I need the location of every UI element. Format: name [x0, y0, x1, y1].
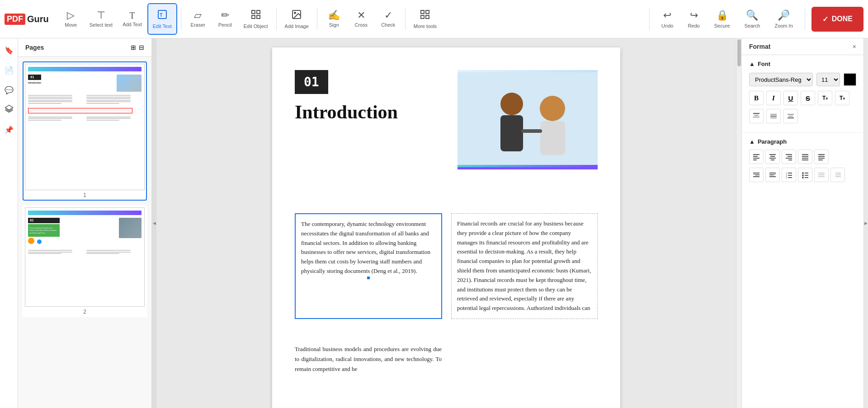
format-collapse-btn[interactable]: ▶	[863, 38, 868, 408]
page-thumb-1[interactable]: 01 Introduction	[23, 61, 147, 201]
svg-rect-20	[754, 115, 759, 116]
pin-icon: 📌	[5, 126, 14, 134]
pencil-tool[interactable]: ✏ Pencil	[212, 3, 238, 35]
svg-rect-33	[770, 156, 775, 157]
search-button[interactable]: 🔍 Search	[739, 3, 766, 35]
text-box-right[interactable]: Financial records are crucial for any bu…	[451, 213, 598, 319]
list-increase-btn[interactable]	[830, 168, 845, 182]
svg-rect-37	[788, 156, 792, 157]
edit-object-tool[interactable]: Edit Object	[239, 3, 273, 35]
cross-tool[interactable]: ✕ Cross	[348, 3, 374, 35]
align-center-btn[interactable]	[765, 150, 780, 164]
pages-view-btn-1[interactable]: ⊞	[131, 44, 136, 51]
italic-button[interactable]: I	[766, 91, 781, 105]
svg-rect-61	[788, 177, 792, 178]
svg-rect-50	[753, 176, 760, 177]
svg-rect-47	[818, 159, 823, 160]
people-image	[458, 70, 598, 167]
indent-left-btn-1[interactable]	[749, 168, 764, 182]
sidebar-bookmark-btn[interactable]: 🔖	[2, 43, 16, 57]
indent-right-btn-1[interactable]	[765, 168, 780, 182]
separator-2	[276, 8, 277, 30]
pages-view-btn-2[interactable]: ⊟	[139, 44, 144, 51]
edit-text-tool[interactable]: T Edit Text	[147, 3, 177, 35]
separator-1	[181, 8, 181, 30]
thumb-text-1	[28, 95, 72, 96]
scrollbar-thumb[interactable]	[737, 39, 741, 66]
add-image-tool[interactable]: Add Image	[280, 3, 313, 35]
font-section-label: Font	[758, 61, 770, 67]
align-left-btn[interactable]	[749, 150, 764, 164]
secure-label: Secure	[714, 23, 730, 28]
toolbar-right: ↩ Undo ↪ Redo 🔒 Secure 🔍 Search 🔎 Zoom I…	[646, 3, 863, 35]
align-distribute-btn[interactable]	[814, 150, 829, 164]
doc-scrollbar[interactable]	[736, 38, 741, 408]
secure-button[interactable]: 🔒 Secure	[709, 3, 736, 35]
svg-rect-36	[786, 154, 792, 155]
bold-button[interactable]: B	[749, 91, 764, 105]
text-align-top-btn[interactable]	[749, 109, 764, 123]
separator-4	[405, 8, 406, 30]
thumb-header-bar-1	[28, 67, 142, 71]
font-size-select[interactable]: 11 89101214	[816, 73, 840, 86]
add-text-tool[interactable]: T Add Text	[118, 3, 146, 35]
text-align-bottom-btn[interactable]	[783, 109, 798, 123]
sidebar-layers-btn[interactable]	[2, 103, 16, 117]
font-name-select[interactable]: ProductSans-Reg	[749, 73, 813, 86]
align-right-btn[interactable]	[782, 150, 796, 164]
move-icon: ▷	[67, 10, 75, 20]
select-text-tool[interactable]: ⊤ Select text	[85, 3, 117, 35]
svg-rect-46	[818, 158, 825, 159]
text-para-right-spacer	[451, 337, 598, 374]
underline-button[interactable]: U	[783, 91, 798, 105]
move-tool[interactable]: ▷ Move	[58, 3, 84, 35]
text-columns: The contemporary, dynamic technology env…	[295, 213, 598, 319]
align-bottom-icon	[787, 112, 795, 120]
doc-scroll-area[interactable]: 01 Introduction	[156, 38, 736, 408]
selection-handle[interactable]	[367, 276, 370, 280]
svg-rect-72	[835, 174, 841, 175]
align-justify-btn[interactable]	[798, 150, 812, 164]
eraser-tool[interactable]: ▱ Eraser	[185, 3, 211, 35]
svg-rect-24	[770, 117, 777, 118]
superscript-button[interactable]: Ta	[818, 91, 832, 105]
font-color-box[interactable]	[844, 73, 856, 86]
toolbar-tools: ▷ Move ⊤ Select text T Add Text T Edit T…	[58, 3, 646, 35]
page-thumb-2[interactable]: 02 Promoting Best Practice and Reducing …	[23, 205, 147, 317]
svg-rect-57	[788, 173, 792, 174]
format-close-button[interactable]: ×	[853, 43, 856, 50]
svg-rect-39	[788, 159, 792, 160]
list-num-btn[interactable]: 1.2.3.	[782, 168, 796, 182]
check-tool[interactable]: ✓ Check	[375, 3, 401, 35]
main-area: 🔖 📄 💬 📌 Pages ⊞ ⊟	[0, 38, 868, 408]
edit-object-icon	[250, 9, 261, 22]
paragraph-collapse-icon: ▲	[749, 138, 755, 145]
zoom-in-button[interactable]: 🔎 Zoom In	[769, 3, 798, 35]
done-button[interactable]: ✓ DONE	[811, 7, 863, 32]
list-bullet-btn[interactable]	[798, 168, 812, 182]
sidebar-comments-btn[interactable]: 💬	[2, 83, 16, 97]
svg-rect-43	[802, 159, 808, 160]
pages-header-icons: ⊞ ⊟	[131, 44, 144, 51]
sidebar-pin-btn[interactable]: 📌	[2, 122, 16, 137]
add-image-label: Add Image	[285, 23, 309, 29]
svg-rect-19	[753, 113, 760, 114]
comments-icon: 💬	[5, 86, 14, 94]
svg-rect-59	[788, 175, 792, 176]
bookmark-icon: 🔖	[5, 46, 14, 55]
svg-point-16	[540, 96, 565, 121]
redo-icon: ↪	[690, 9, 698, 21]
redo-button[interactable]: ↪ Redo	[682, 3, 705, 35]
pages-list: 01 Introduction	[18, 57, 151, 408]
more-tools-tool[interactable]: More tools	[409, 3, 441, 35]
undo-button[interactable]: ↩ Undo	[656, 3, 679, 35]
svg-rect-35	[771, 159, 774, 160]
pages-collapse-btn[interactable]: ◀	[152, 38, 156, 408]
subscript-button[interactable]: Ta	[835, 91, 849, 105]
sidebar-pages-btn[interactable]: 📄	[2, 63, 16, 77]
sign-tool[interactable]: ✍ Sign	[321, 3, 347, 35]
strikethrough-button[interactable]: S	[801, 91, 815, 105]
list-decrease-btn[interactable]	[814, 168, 829, 182]
text-align-middle-btn[interactable]	[766, 109, 781, 123]
text-box-left[interactable]: The contemporary, dynamic technology env…	[295, 213, 442, 319]
